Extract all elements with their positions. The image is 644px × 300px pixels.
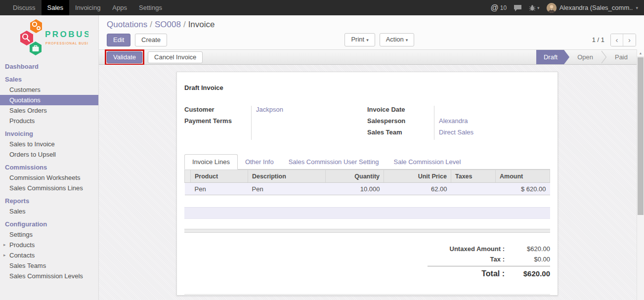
sidebar-item-commission-worksheets[interactable]: Commission Worksheets [0, 172, 98, 183]
cancel-invoice-button[interactable]: Cancel Invoice [148, 51, 203, 63]
status-steps: Draft Open Paid [536, 50, 636, 64]
sidebar-item-sales-teams[interactable]: Sales Teams [0, 260, 98, 271]
col-taxes[interactable]: Taxes [451, 170, 496, 183]
pager-count: 1 / 1 [592, 36, 604, 43]
sidebar-item-config-products[interactable]: ▸Products [0, 240, 98, 250]
breadcrumb-separator: / [147, 20, 155, 29]
col-quantity[interactable]: Quantity [326, 170, 384, 183]
sidebar-item-sales-commissions-lines[interactable]: Sales Commissions Lines [0, 183, 98, 193]
sidebar-item-sales-orders[interactable]: Sales Orders [0, 105, 98, 116]
col-description[interactable]: Description [248, 170, 326, 183]
svg-text:PROFESSIONAL BUSINESS: PROFESSIONAL BUSINESS [45, 42, 88, 45]
scroll-up-icon: ▲ [639, 51, 643, 55]
print-label: Print [351, 36, 364, 43]
sheet-bottom-divider [184, 294, 550, 295]
top-menu-discuss[interactable]: Discuss [7, 0, 42, 15]
untaxed-amount-label: Untaxed Amount : [428, 245, 512, 253]
sidebar-item-sales-to-invoice[interactable]: Sales to Invoice [0, 139, 98, 149]
user-menu[interactable]: Alexandra (Sales_comm.. ▾ [547, 3, 638, 13]
svg-text:PROBUSE: PROBUSE [45, 30, 88, 39]
breadcrumb-so008[interactable]: SO008 [155, 20, 181, 29]
mention-count: 10 [500, 4, 507, 11]
sidebar-item-reports-sales[interactable]: Sales [0, 206, 98, 216]
user-name: Alexandra (Sales_comm.. [559, 4, 633, 11]
cell-product[interactable]: Pen [191, 183, 248, 195]
sidebar-item-label: Products [9, 241, 35, 249]
sales-team-label: Sales Team [367, 129, 434, 136]
sales-team-value[interactable]: Direct Sales [439, 129, 550, 136]
sidebar-header-reports[interactable]: Reports [0, 196, 98, 206]
top-menu-sales[interactable]: Sales [42, 0, 70, 15]
scrollbar-thumb[interactable] [638, 57, 644, 215]
app-logo[interactable]: PROBUSE PROFESSIONAL BUSINESS [0, 15, 98, 59]
cell-description[interactable]: Pen [248, 183, 326, 195]
col-amount[interactable]: Amount [496, 170, 550, 183]
tab-sales-commission-user-setting[interactable]: Sales Commission User Setting [281, 155, 386, 169]
row-handle-cell [185, 183, 191, 195]
sidebar-item-quotations[interactable]: Quotations [0, 95, 98, 105]
debug-menu-button[interactable]: ▾ [529, 4, 540, 11]
sidebar-header-commissions[interactable]: Commissions [0, 162, 98, 172]
salesperson-label: Salesperson [367, 117, 434, 125]
create-button[interactable]: Create [135, 34, 167, 46]
top-menu-apps[interactable]: Apps [106, 0, 133, 15]
sidebar-header-invoicing[interactable]: Invoicing [0, 129, 98, 139]
table-row[interactable]: Pen Pen 10.000 62.00 $ 620.00 [185, 183, 550, 195]
sidebar-header-sales[interactable]: Sales [0, 74, 98, 85]
tab-other-info[interactable]: Other Info [238, 155, 281, 169]
cell-taxes[interactable] [451, 183, 496, 195]
sidebar-item-orders-to-upsell[interactable]: Orders to Upsell [0, 149, 98, 160]
top-menu-invoicing[interactable]: Invoicing [69, 0, 106, 15]
print-dropdown-button[interactable]: Print▾ [344, 33, 375, 46]
tab-invoice-lines[interactable]: Invoice Lines [184, 154, 238, 170]
main-area: Quotations/SO008/Invoice Edit Create Pri… [99, 15, 644, 300]
invoice-date-label: Invoice Date [367, 106, 434, 114]
payment-terms-value[interactable] [256, 117, 367, 125]
col-product[interactable]: Product [191, 170, 248, 183]
sidebar-item-customers[interactable]: Customers [0, 85, 98, 95]
validate-button[interactable]: Validate [107, 51, 142, 63]
expand-arrow-icon[interactable]: ▸ [3, 241, 6, 249]
scrollbar-up-button[interactable]: ▲ [637, 49, 644, 57]
empty-row-band [184, 207, 550, 219]
breadcrumb-separator: / [181, 20, 188, 29]
caret-down-icon: ▾ [537, 5, 540, 10]
pager-previous-button[interactable]: ‹ [611, 34, 623, 46]
invoice-state-title: Draft Invoice [184, 84, 550, 91]
top-menu-settings[interactable]: Settings [133, 0, 168, 15]
action-label: Action [386, 36, 404, 43]
cell-amount[interactable]: $ 620.00 [496, 183, 550, 195]
invoice-date-value[interactable] [439, 106, 550, 114]
sidebar-header-configuration[interactable]: Configuration [0, 219, 98, 229]
status-step-draft[interactable]: Draft [536, 50, 569, 64]
expand-arrow-icon[interactable]: ▸ [3, 252, 6, 259]
cell-unit-price[interactable]: 62.00 [384, 183, 451, 195]
mentions-indicator[interactable]: @ 10 [490, 3, 507, 12]
caret-down-icon: ▾ [636, 5, 638, 10]
status-step-open[interactable]: Open [569, 50, 601, 64]
messages-button[interactable] [514, 4, 522, 11]
status-step-paid[interactable]: Paid [607, 50, 636, 64]
control-panel: Quotations/SO008/Invoice Edit Create Pri… [99, 15, 644, 49]
col-unit-price[interactable]: Unit Price [384, 170, 451, 183]
chevron-left-icon: ‹ [615, 36, 618, 44]
edit-button[interactable]: Edit [107, 34, 130, 46]
totals-block: Untaxed Amount : $620.00 Tax : $0.00 Tot… [428, 244, 550, 280]
bug-icon [529, 4, 536, 11]
action-dropdown-button[interactable]: Action▾ [380, 33, 415, 46]
cell-quantity[interactable]: 10.000 [326, 183, 384, 195]
customer-value[interactable]: Jackpson [256, 106, 367, 114]
payment-terms-label: Payment Terms [184, 117, 251, 125]
tab-sale-commission-level[interactable]: Sale Commission Level [386, 155, 469, 169]
sidebar-item-settings[interactable]: Settings [0, 229, 98, 240]
sidebar-item-products[interactable]: Products [0, 116, 98, 126]
chat-bubble-icon [514, 4, 522, 11]
sidebar-item-sales-commission-levels[interactable]: Sales Commission Levels [0, 271, 98, 281]
sidebar-item-dashboard[interactable]: Dashboard [0, 61, 98, 72]
pager-next-button[interactable]: › [623, 34, 636, 46]
vertical-scrollbar[interactable]: ▲ [637, 49, 644, 300]
salesperson-value[interactable]: Alexandra [439, 117, 550, 125]
breadcrumb-quotations[interactable]: Quotations [107, 20, 147, 29]
sidebar-item-config-contacts[interactable]: ▸Contacts [0, 250, 98, 260]
customer-label: Customer [184, 106, 251, 114]
